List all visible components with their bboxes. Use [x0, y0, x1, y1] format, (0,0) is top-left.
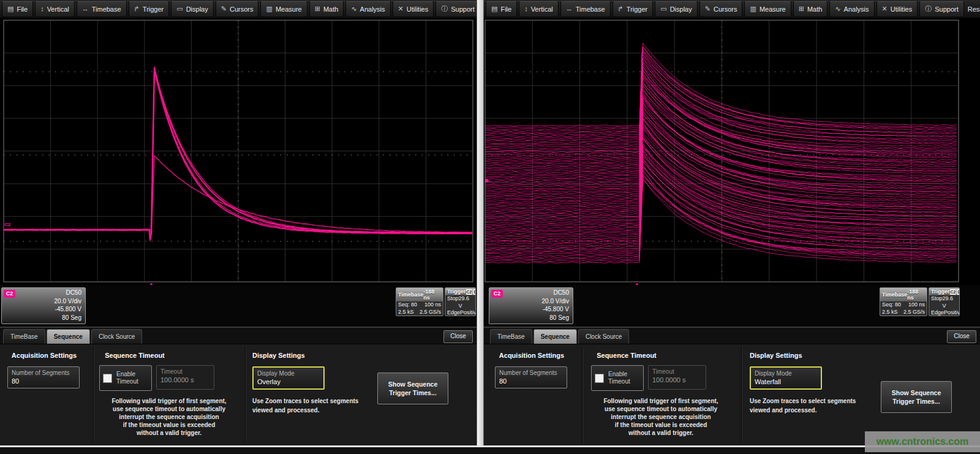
- tab-clock-source[interactable]: Clock Source: [91, 329, 142, 344]
- menu-item-label: Cursors: [230, 6, 254, 13]
- help-text-line: without a valid trigger.: [91, 429, 247, 437]
- close-button[interactable]: Close: [947, 330, 976, 343]
- enable-timeout-control[interactable]: EnableTimeout: [99, 365, 152, 391]
- trigger-coupling-badge: DC: [473, 289, 476, 295]
- display-mode-field[interactable]: Display Mode Waterfall: [750, 366, 822, 390]
- cursors-icon: ✎: [705, 6, 710, 12]
- menu-bar: ▤ File ↕ Vertical ↔ Timebase ↱ Trigger ▭…: [0, 0, 477, 18]
- trigger-type: Edge: [931, 309, 944, 316]
- vertical-arrows-icon: ↕: [524, 6, 528, 12]
- watermark: www.cntronics.com: [865, 431, 980, 452]
- tab-sequence[interactable]: Sequence: [47, 329, 90, 344]
- horizontal-arrows-icon: ↔: [82, 6, 89, 12]
- timeout-label: Timeout: [160, 368, 210, 376]
- number-of-segments-field[interactable]: Number of Segments 80: [495, 366, 567, 388]
- menu-item-utilities[interactable]: ✕ Utilities: [876, 1, 918, 17]
- channel-scale: 20.0 V/div: [4, 297, 81, 306]
- menu-item-timebase[interactable]: ↔ Timebase: [560, 1, 611, 17]
- menu-items: ▤ File ↕ Vertical ↔ Timebase ↱ Trigger ▭…: [2, 1, 480, 17]
- menu-item-analysis[interactable]: ∿ Analysis: [345, 1, 390, 17]
- show-sequence-trigger-times-button[interactable]: Show SequenceTrigger Times...: [377, 373, 448, 404]
- close-button[interactable]: Close: [443, 330, 473, 343]
- menu-item-label: Utilities: [407, 6, 428, 13]
- menu-item-label: Utilities: [891, 6, 912, 13]
- timeout-field[interactable]: Timeout 100.0000 s: [648, 365, 706, 390]
- tab-sequence[interactable]: Sequence: [533, 329, 577, 344]
- channel-coupling: DC50: [492, 289, 569, 297]
- tab-label: TimeBase: [10, 333, 38, 340]
- trigger-slope: Positive: [460, 309, 476, 316]
- timebase-descriptor[interactable]: Timebase -188 ns Seq: 80 100 ns 2.5 kS 2…: [396, 287, 443, 316]
- horizontal-arrows-icon: ↔: [566, 6, 573, 12]
- menu-item-analysis[interactable]: ∿ Analysis: [829, 1, 874, 17]
- tab-timebase[interactable]: TimeBase: [490, 329, 532, 344]
- menu-item-math[interactable]: ⊞ Math: [309, 1, 344, 17]
- sequence-timeout-help-text: Following valid trigger of first segment…: [582, 397, 739, 437]
- readout-bar: C2 DC50 20.0 V/div -45.800 V 80 Seg Time…: [484, 285, 980, 327]
- enable-timeout-control[interactable]: EnableTimeout: [591, 365, 644, 391]
- channel-offset: -45.800 V: [4, 305, 81, 314]
- timebase-seq: Seq: 80: [398, 301, 417, 309]
- enable-timeout-checkbox[interactable]: [595, 374, 604, 383]
- menu-item-label: Math: [323, 6, 338, 13]
- waveform-display-overlay[interactable]: C2: [0, 18, 477, 285]
- channel-descriptor-c2[interactable]: C2 DC50 20.0 V/div -45.800 V 80 Seg: [489, 287, 573, 324]
- tab-label: Sequence: [54, 333, 83, 340]
- timebase-per-div: 100 ns: [908, 301, 925, 309]
- analysis-icon: ∿: [351, 6, 356, 12]
- enable-timeout-label-line: Timeout: [116, 378, 138, 386]
- menu-item-timebase[interactable]: ↔ Timebase: [77, 1, 127, 17]
- menu-item-support[interactable]: ⓘ Support: [919, 1, 964, 17]
- number-of-segments-field[interactable]: Number of Segments 80: [7, 366, 80, 388]
- timeout-field[interactable]: Timeout 100.0000 s: [156, 365, 214, 390]
- waveform-svg: [484, 18, 980, 285]
- file-icon: ▤: [491, 6, 497, 12]
- trigger-type: Edge: [447, 309, 460, 316]
- waveform-display-waterfall[interactable]: [484, 18, 980, 285]
- help-text-line: use sequence timeout to automatically: [582, 405, 739, 413]
- timebase-dialog: TimeBase Sequence Clock Source Close Acq…: [0, 327, 477, 445]
- menu-item-support[interactable]: ⓘ Support: [435, 1, 480, 17]
- enable-timeout-checkbox[interactable]: [103, 374, 112, 383]
- channel-descriptor-c2[interactable]: C2 DC50 20.0 V/div -45.800 V 80 Seg: [1, 287, 86, 324]
- menu-item-display[interactable]: ▭ Display: [171, 1, 213, 17]
- menu-item-vertical[interactable]: ↕ Vertical: [519, 1, 559, 17]
- help-text-line: if the timeout value is exceeded: [91, 421, 247, 429]
- help-text-line: Following valid trigger of first segment…: [582, 397, 739, 405]
- menu-item-trigger[interactable]: ↱ Trigger: [129, 1, 170, 17]
- panel-divider: [477, 0, 484, 454]
- menu-item-file[interactable]: ▤ File: [2, 1, 33, 17]
- menu-item-math[interactable]: ⊞ Math: [793, 1, 828, 17]
- menu-item-cursors[interactable]: ✎ Cursors: [699, 1, 743, 17]
- show-sequence-trigger-times-button[interactable]: Show SequenceTrigger Times...: [881, 381, 952, 413]
- menu-item-trigger[interactable]: ↱ Trigger: [612, 1, 654, 17]
- timebase-seq: Seq: 80: [882, 301, 901, 309]
- trigger-source-badge: C2: [950, 289, 957, 295]
- menu-item-file[interactable]: ▤ File: [486, 1, 517, 17]
- tab-clock-source[interactable]: Clock Source: [578, 329, 629, 344]
- display-mode-field[interactable]: Display Mode Overlay: [252, 366, 325, 390]
- utilities-icon: ✕: [882, 6, 888, 12]
- menu-item-measure[interactable]: ▥ Measure: [744, 1, 791, 17]
- display-mode-label: Display Mode: [257, 369, 320, 377]
- math-icon: ⊞: [799, 6, 804, 12]
- button-label-line: Show Sequence: [378, 380, 448, 388]
- help-text-line: without a valid trigger.: [582, 429, 739, 437]
- timeout-value: 100.0000 s: [652, 376, 702, 385]
- timebase-descriptor[interactable]: Timebase -188 ns Seq: 80 100 ns 2.5 kS 2…: [880, 287, 927, 316]
- menu-bar: ▤ File ↕ Vertical ↔ Timebase ↱ Trigger ▭…: [484, 0, 980, 18]
- menu-item-cursors[interactable]: ✎ Cursors: [216, 1, 259, 17]
- menu-item-measure[interactable]: ▥ Measure: [260, 1, 307, 17]
- menu-item-label: Trigger: [143, 6, 164, 13]
- menu-item-label: Measure: [276, 6, 302, 13]
- menu-item-display[interactable]: ▭ Display: [655, 1, 697, 17]
- oscilloscope-dual-screenshot: { "watermark": { "text": "www.cntronics.…: [0, 0, 980, 454]
- reset-button[interactable]: Reset: [968, 6, 980, 13]
- timebase-dialog: TimeBase Sequence Clock Source Close Acq…: [484, 327, 980, 445]
- trigger-descriptor[interactable]: Trigger C2 DC Stop 29.6 V Edge Positive: [929, 287, 960, 316]
- menu-item-utilities[interactable]: ✕ Utilities: [393, 1, 434, 17]
- menu-item-vertical[interactable]: ↕ Vertical: [35, 1, 75, 17]
- tab-timebase[interactable]: TimeBase: [3, 329, 45, 344]
- trigger-descriptor[interactable]: Trigger C2 DC Stop 29.6 V Edge Positive: [445, 287, 476, 316]
- display-settings-header: Display Settings: [750, 352, 823, 359]
